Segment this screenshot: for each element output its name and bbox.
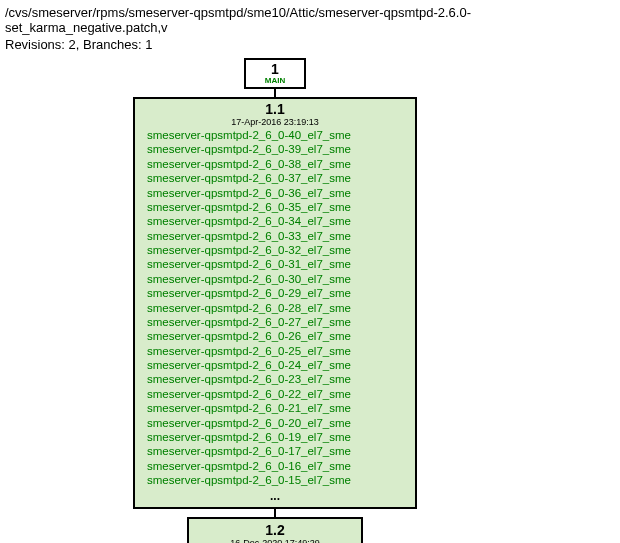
tag-item: smeserver-qpsmtpd-2_6_0-28_el7_sme <box>147 301 403 315</box>
tag-item: smeserver-qpsmtpd-2_6_0-24_el7_sme <box>147 358 403 372</box>
branch-label-main: MAIN <box>246 77 304 85</box>
tag-item: smeserver-qpsmtpd-2_6_0-20_el7_sme <box>147 416 403 430</box>
tag-item: smeserver-qpsmtpd-2_6_0-19_el7_sme <box>147 430 403 444</box>
connector-line <box>274 89 276 97</box>
tag-item: smeserver-qpsmtpd-2_6_0-40_el7_sme <box>147 128 403 142</box>
tag-item: smeserver-qpsmtpd-2_6_0-27_el7_sme <box>147 315 403 329</box>
branch-node-main[interactable]: 1 MAIN <box>244 58 306 89</box>
tag-item: smeserver-qpsmtpd-2_6_0-17_el7_sme <box>147 444 403 458</box>
tag-item: smeserver-qpsmtpd-2_6_0-23_el7_sme <box>147 372 403 386</box>
connector-line <box>274 509 276 517</box>
tag-item: smeserver-qpsmtpd-2_6_0-34_el7_sme <box>147 214 403 228</box>
tag-list: smeserver-qpsmtpd-2_6_0-40_el7_sme smese… <box>145 128 405 487</box>
revision-number: 1.2 <box>195 522 355 538</box>
tag-item: smeserver-qpsmtpd-2_6_0-30_el7_sme <box>147 272 403 286</box>
tag-item: smeserver-qpsmtpd-2_6_0-22_el7_sme <box>147 387 403 401</box>
revision-date: 16-Dec-2020 17:49:29 <box>195 538 355 543</box>
tag-item: smeserver-qpsmtpd-2_6_0-35_el7_sme <box>147 200 403 214</box>
tag-item: smeserver-qpsmtpd-2_6_0-33_el7_sme <box>147 229 403 243</box>
revision-graph: 1 MAIN 1.1 17-Apr-2016 23:19:13 smeserve… <box>105 58 445 543</box>
tag-item: smeserver-qpsmtpd-2_6_0-31_el7_sme <box>147 257 403 271</box>
branch-number: 1 <box>246 62 304 76</box>
tag-item: smeserver-qpsmtpd-2_6_0-26_el7_sme <box>147 329 403 343</box>
revision-node-1-2[interactable]: 1.2 16-Dec-2020 17:49:29 HEAD <box>187 517 363 543</box>
tag-item: smeserver-qpsmtpd-2_6_0-37_el7_sme <box>147 171 403 185</box>
tag-item: smeserver-qpsmtpd-2_6_0-16_el7_sme <box>147 459 403 473</box>
tag-item: smeserver-qpsmtpd-2_6_0-25_el7_sme <box>147 344 403 358</box>
tag-item: smeserver-qpsmtpd-2_6_0-29_el7_sme <box>147 286 403 300</box>
tag-item: smeserver-qpsmtpd-2_6_0-32_el7_sme <box>147 243 403 257</box>
revision-date: 17-Apr-2016 23:19:13 <box>145 117 405 127</box>
revisions-summary: Revisions: 2, Branches: 1 <box>5 37 615 52</box>
file-path: /cvs/smeserver/rpms/smeserver-qpsmtpd/sm… <box>5 5 615 35</box>
more-tags-ellipsis: ... <box>145 489 405 503</box>
revision-number: 1.1 <box>145 101 405 117</box>
tag-item: smeserver-qpsmtpd-2_6_0-39_el7_sme <box>147 142 403 156</box>
tag-item: smeserver-qpsmtpd-2_6_0-15_el7_sme <box>147 473 403 487</box>
revision-node-1-1[interactable]: 1.1 17-Apr-2016 23:19:13 smeserver-qpsmt… <box>133 97 417 509</box>
tag-item: smeserver-qpsmtpd-2_6_0-36_el7_sme <box>147 186 403 200</box>
tag-item: smeserver-qpsmtpd-2_6_0-21_el7_sme <box>147 401 403 415</box>
tag-item: smeserver-qpsmtpd-2_6_0-38_el7_sme <box>147 157 403 171</box>
